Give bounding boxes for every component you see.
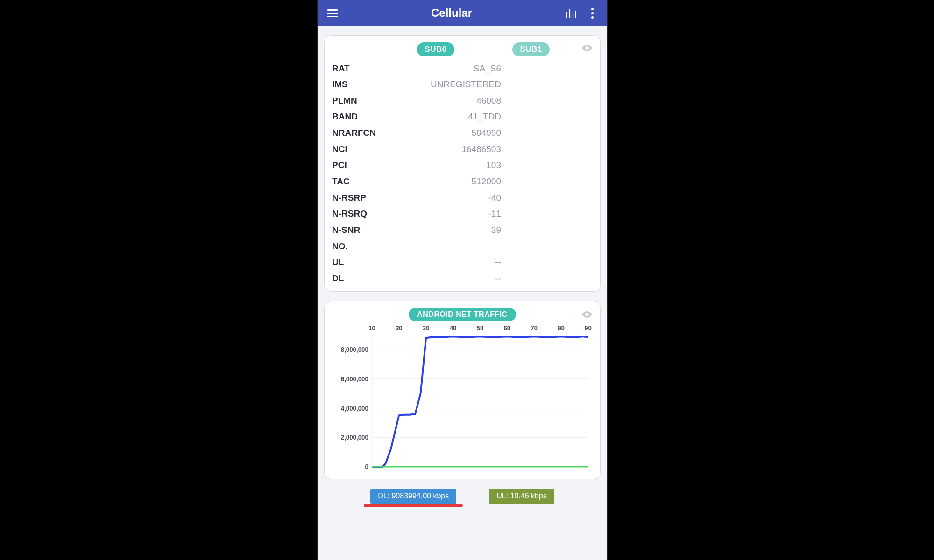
row-value-sub1 (504, 270, 579, 287)
row-key: UL (332, 254, 388, 271)
traffic-card: ANDROID NET TRAFFIC 02,000,0004,000,0006… (324, 301, 601, 479)
row-value-sub1 (504, 189, 579, 206)
table-row: NO. (332, 238, 593, 254)
table-row: DL-- (332, 270, 593, 287)
sub0-chip[interactable]: SUB0 (417, 42, 454, 56)
traffic-footer: DL: 9083994.00 kbps UL: 10.46 kbps (324, 489, 601, 504)
svg-text:10: 10 (368, 325, 375, 332)
stats-icon[interactable] (562, 5, 579, 21)
row-value-sub0: -40 (388, 189, 504, 206)
dl-pill: DL: 9083994.00 kbps (370, 489, 456, 504)
row-value-sub0: -11 (388, 206, 504, 222)
row-key: N-RSRQ (332, 206, 388, 222)
svg-text:80: 80 (558, 325, 565, 332)
traffic-title-chip: ANDROID NET TRAFFIC (409, 308, 516, 321)
svg-text:40: 40 (450, 325, 457, 332)
row-key: NCI (332, 141, 388, 157)
svg-text:8,000,000: 8,000,000 (341, 346, 368, 353)
row-value-sub1 (504, 206, 579, 222)
row-value-sub0: 504990 (388, 125, 504, 141)
svg-text:4,000,000: 4,000,000 (341, 405, 368, 412)
svg-text:50: 50 (477, 325, 484, 332)
svg-text:30: 30 (423, 325, 430, 332)
sub1-chip[interactable]: SUB1 (512, 42, 549, 56)
row-value-sub1 (504, 157, 579, 174)
row-value-sub1 (504, 109, 579, 125)
ul-pill: UL: 10.46 kbps (489, 489, 554, 504)
overflow-icon[interactable] (584, 5, 601, 21)
row-key: PCI (332, 157, 388, 174)
table-row: NCI16486503 (332, 141, 593, 157)
row-value-sub0: 39 (388, 222, 504, 238)
row-value-sub0: SA_S6 (388, 60, 504, 77)
table-row: UL-- (332, 254, 593, 271)
row-value-sub1 (504, 92, 579, 109)
svg-text:6,000,000: 6,000,000 (341, 376, 368, 383)
row-key: TAC (332, 173, 388, 189)
row-value-sub1 (504, 60, 579, 77)
svg-text:60: 60 (503, 325, 510, 332)
sim-info-card: SUB0 SUB1 RATSA_S6IMSUNREGISTEREDPLMN460… (324, 35, 601, 292)
table-row: BAND41_TDD (332, 109, 593, 125)
row-value-sub0: 46008 (388, 92, 504, 109)
row-value-sub0 (388, 238, 504, 254)
highlight-underline (364, 504, 463, 507)
row-value-sub0: 16486503 (388, 141, 504, 157)
sim-info-table: RATSA_S6IMSUNREGISTEREDPLMN46008BAND41_T… (332, 60, 593, 287)
row-value-sub0: -- (388, 254, 504, 271)
row-key: PLMN (332, 92, 388, 109)
row-key: RAT (332, 60, 388, 77)
app-bar: Cellular (318, 0, 607, 26)
row-value-sub0: UNREGISTERED (388, 77, 504, 93)
phone-frame: Cellular SUB0 SUB1 (318, 0, 607, 560)
row-value-sub1 (504, 222, 579, 238)
table-row: N-SNR39 (332, 222, 593, 238)
table-row: NRARFCN504990 (332, 125, 593, 141)
row-value-sub0: -- (388, 270, 504, 287)
row-key: NRARFCN (332, 125, 388, 141)
menu-icon[interactable] (324, 5, 341, 21)
row-value-sub1 (504, 141, 579, 157)
row-value-sub1 (504, 77, 579, 93)
row-key: NO. (332, 238, 388, 254)
traffic-chart: 02,000,0004,000,0006,000,0008,000,000102… (332, 322, 593, 476)
svg-text:70: 70 (531, 325, 538, 332)
row-key: N-RSRP (332, 189, 388, 206)
row-value-sub1 (504, 173, 579, 189)
table-row: TAC512000 (332, 173, 593, 189)
table-row: N-RSRQ-11 (332, 206, 593, 222)
svg-text:2,000,000: 2,000,000 (341, 434, 368, 441)
table-row: PCI103 (332, 157, 593, 174)
svg-text:20: 20 (396, 325, 403, 332)
row-key: IMS (332, 77, 388, 93)
visibility-icon[interactable] (581, 309, 593, 322)
row-key: DL (332, 270, 388, 287)
table-row: PLMN46008 (332, 92, 593, 109)
row-value-sub1 (504, 254, 579, 271)
table-row: N-RSRP-40 (332, 189, 593, 206)
row-value-sub0: 41_TDD (388, 109, 504, 125)
row-key: N-SNR (332, 222, 388, 238)
row-value-sub0: 512000 (388, 173, 504, 189)
visibility-icon[interactable] (581, 42, 593, 56)
row-value-sub1 (504, 238, 579, 254)
svg-text:90: 90 (585, 325, 592, 332)
table-row: RATSA_S6 (332, 60, 593, 77)
page-title: Cellular (346, 7, 558, 20)
row-key: BAND (332, 109, 388, 125)
svg-text:0: 0 (365, 463, 368, 470)
row-value-sub1 (504, 125, 579, 141)
table-row: IMSUNREGISTERED (332, 77, 593, 93)
row-value-sub0: 103 (388, 157, 504, 174)
